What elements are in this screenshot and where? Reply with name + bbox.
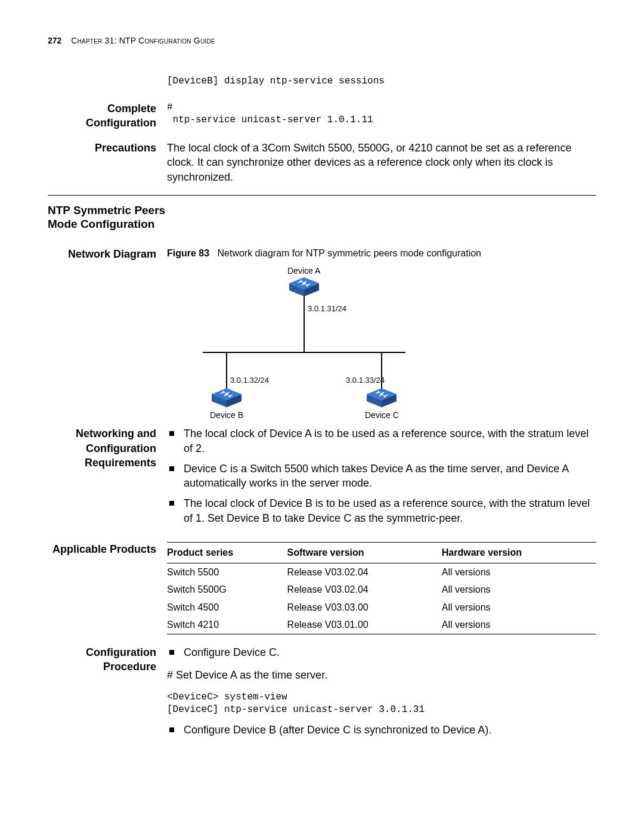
body-applicable-products: Product series Software version Hardware… (167, 542, 596, 634)
network-diagram: Device A 3.0.1.31/24 (167, 263, 501, 424)
cell: Switch 5500G (167, 581, 287, 599)
row-applicable-products: Applicable Products Product series Softw… (48, 542, 596, 634)
step1-comment: # Set Device A as the time server. (167, 668, 596, 682)
page: 272 Chapter 31: NTP Configuration Guide … (0, 0, 644, 789)
body-config-procedure: Configure Device C. # Set Device A as th… (167, 645, 596, 743)
list-item: The local clock of Device A is to be use… (167, 426, 596, 456)
code-display-sessions: [DeviceB] display ntp-service sessions (167, 75, 596, 88)
cell: All versions (442, 616, 596, 634)
procedure-list-2: Configure Device B (after Device C is sy… (167, 723, 596, 737)
diagram-label-ip-a: 3.0.1.31/24 (308, 304, 346, 314)
row-config-procedure: Configuration Procedure Configure Device… (48, 645, 596, 743)
row-network-diagram: Network Diagram Figure 83 Network diagra… (48, 247, 596, 425)
list-item: Configure Device B (after Device C is sy… (167, 723, 596, 737)
table-header-row: Product series Software version Hardware… (167, 543, 596, 563)
diagram-label-ip-c: 3.0.1.33/24 (346, 375, 385, 386)
section-divider (48, 195, 596, 196)
list-item: Configure Device C. (167, 645, 596, 659)
switch-icon (212, 388, 242, 408)
table-row: Switch 5500G Release V03.02.04 All versi… (167, 581, 596, 599)
table-row: Switch 4210 Release V03.01.00 All versio… (167, 616, 596, 634)
table-row: Switch 4500 Release V03.03.00 All versio… (167, 599, 596, 617)
col-hardware-version: Hardware version (442, 543, 596, 563)
cell: Switch 4500 (167, 599, 287, 617)
row-precautions: Precautions The local clock of a 3Com Sw… (48, 141, 596, 184)
label-precautions: Precautions (48, 141, 167, 155)
text-precautions: The local clock of a 3Com Switch 5500, 5… (167, 141, 596, 184)
procedure-list-1: Configure Device C. (167, 645, 596, 659)
label-applicable-products: Applicable Products (48, 542, 167, 556)
cell: Release V03.03.00 (287, 599, 442, 617)
diagram-label-device-b: Device B (210, 410, 243, 421)
list-item: Device C is a Switch 5500 which takes De… (167, 462, 596, 491)
cell: Switch 5500 (167, 563, 287, 581)
code-complete-config: # ntp-service unicast-server 1.0.1.11 (167, 101, 596, 127)
body-network-diagram: Figure 83 Network diagram for NTP symmet… (167, 247, 596, 425)
products-table: Product series Software version Hardware… (167, 542, 596, 634)
diagram-label-ip-b: 3.0.1.32/24 (230, 375, 269, 386)
cell: All versions (442, 563, 596, 581)
cell: All versions (442, 581, 596, 599)
diagram-label-device-c: Device C (365, 410, 399, 421)
chapter-title: Chapter 31: NTP Configuration Guide (71, 36, 215, 45)
cell: Release V03.02.04 (287, 563, 442, 581)
figure-caption: Figure 83 Network diagram for NTP symmet… (167, 247, 596, 260)
table-row: Switch 5500 Release V03.02.04 All versio… (167, 563, 596, 581)
label-config-procedure: Configuration Procedure (48, 645, 167, 674)
cell: All versions (442, 599, 596, 617)
requirements-list: The local clock of Device A is to be use… (167, 426, 596, 525)
cell: Release V03.01.00 (287, 616, 442, 634)
figure-number: Figure 83 (167, 248, 209, 258)
cell: Release V03.02.04 (287, 581, 442, 599)
switch-icon (367, 388, 397, 408)
section-heading: NTP Symmetric Peers Mode Configuration (48, 204, 167, 231)
code-step1: <DeviceC> system-view [DeviceC] ntp-serv… (167, 691, 596, 717)
page-header: 272 Chapter 31: NTP Configuration Guide (48, 36, 596, 45)
body-networking-requirements: The local clock of Device A is to be use… (167, 426, 596, 531)
diagram-label-device-a: Device A (287, 265, 320, 277)
label-network-diagram: Network Diagram (48, 247, 167, 261)
switch-icon (289, 277, 319, 298)
col-software-version: Software version (287, 543, 442, 563)
row-section-heading: NTP Symmetric Peers Mode Configuration (48, 204, 596, 231)
row-complete-config: Complete Configuration # ntp-service uni… (48, 101, 596, 131)
row-top-code: [DeviceB] display ntp-service sessions (48, 75, 596, 88)
cell: Switch 4210 (167, 616, 287, 634)
page-number: 272 (48, 36, 61, 45)
label-networking-requirements: Networking and Configuration Requirement… (48, 426, 167, 470)
col-product-series: Product series (167, 543, 287, 563)
figure-caption-text: Network diagram for NTP symmetric peers … (217, 248, 481, 258)
list-item: The local clock of Device B is to be use… (167, 496, 596, 525)
label-complete-config: Complete Configuration (48, 101, 167, 131)
row-networking-requirements: Networking and Configuration Requirement… (48, 426, 596, 531)
